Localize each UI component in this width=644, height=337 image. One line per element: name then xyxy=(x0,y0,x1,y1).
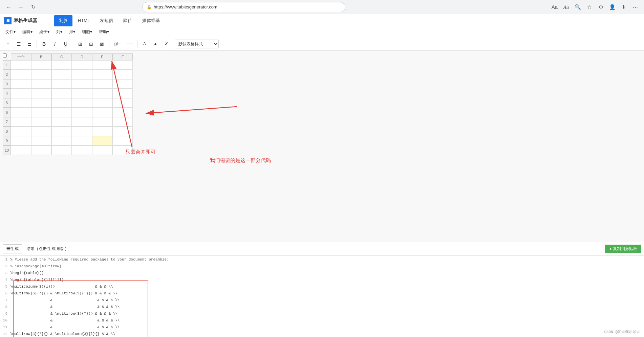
cell-7-c[interactable] xyxy=(51,117,72,127)
cell-6-f[interactable] xyxy=(112,108,133,117)
cell-8-e[interactable] xyxy=(92,127,112,136)
cell-1-c[interactable] xyxy=(51,60,72,70)
cell-5-f[interactable] xyxy=(112,98,133,108)
cell-6-b[interactable] xyxy=(31,108,51,117)
cell-9-e[interactable] xyxy=(92,136,112,145)
cell-4-e[interactable] xyxy=(92,89,112,98)
copy-button[interactable]: ⏵复制到剪贴板 xyxy=(605,245,641,253)
tab-latex[interactable]: 乳胶 xyxy=(54,15,72,26)
generate-button[interactable]: ☰生成 xyxy=(3,244,22,253)
cell-7-a[interactable] xyxy=(11,117,31,127)
cell-8-b[interactable] xyxy=(31,127,51,136)
cell-6-c[interactable] xyxy=(51,108,72,117)
cell-5-d[interactable] xyxy=(72,98,92,108)
tab-markdown[interactable]: 降价 xyxy=(119,15,137,26)
cell-6-d[interactable] xyxy=(72,108,92,117)
align-center-btn[interactable]: ☰ xyxy=(14,39,24,49)
cell-10-f[interactable] xyxy=(112,145,133,155)
split-btn[interactable]: ⊣⊢ xyxy=(124,39,135,49)
cell-9-a[interactable] xyxy=(11,136,31,145)
menu-file[interactable]: 文件▾ xyxy=(3,28,18,36)
cell-10-d[interactable] xyxy=(72,145,92,155)
cell-1-e[interactable] xyxy=(92,60,112,70)
cell-4-d[interactable] xyxy=(72,89,92,98)
extension-button[interactable]: ⚙ xyxy=(596,2,605,12)
cell-2-d[interactable] xyxy=(72,70,92,79)
align-right-btn[interactable]: ≣ xyxy=(24,39,35,49)
cell-4-b[interactable] xyxy=(31,89,51,98)
search-button[interactable]: 🔍 xyxy=(573,2,582,12)
cell-8-d[interactable] xyxy=(72,127,92,136)
tab-html[interactable]: HTML xyxy=(73,15,94,26)
border-inner-btn[interactable]: ⊟ xyxy=(86,39,96,49)
cell-10-b[interactable] xyxy=(31,145,51,155)
cell-9-d[interactable] xyxy=(72,136,92,145)
cell-5-a[interactable] xyxy=(11,98,31,108)
merge-btn[interactable]: ⊡⊢ xyxy=(111,39,123,49)
back-button[interactable]: ← xyxy=(4,2,14,12)
menu-edit[interactable]: 编辑▾ xyxy=(20,28,35,36)
cell-2-b[interactable] xyxy=(31,70,51,79)
cell-2-f[interactable] xyxy=(112,70,133,79)
menu-column[interactable]: 列▾ xyxy=(53,28,65,36)
profile-button[interactable]: 👤 xyxy=(607,2,617,12)
cell-6-e[interactable] xyxy=(92,108,112,117)
cell-9-b[interactable] xyxy=(31,136,51,145)
underline-btn[interactable]: U xyxy=(61,39,71,49)
text-color-btn[interactable]: A xyxy=(139,39,150,49)
cell-5-e[interactable] xyxy=(92,98,112,108)
cell-7-b[interactable] xyxy=(31,117,51,127)
reload-button[interactable]: ↻ xyxy=(28,2,38,12)
cell-10-a[interactable] xyxy=(11,145,31,155)
translate-button[interactable]: Aa xyxy=(550,2,559,12)
cell-2-e[interactable] xyxy=(92,70,112,79)
cell-3-a[interactable] xyxy=(11,79,31,89)
cell-3-b[interactable] xyxy=(31,79,51,89)
tab-sms[interactable]: 发短信 xyxy=(95,15,118,26)
cell-1-b[interactable] xyxy=(31,60,51,70)
cell-1-f[interactable] xyxy=(112,60,133,70)
cell-10-e[interactable] xyxy=(92,145,112,155)
align-left-btn[interactable]: ≡ xyxy=(3,39,13,49)
menu-cell[interactable]: 细胞▾ xyxy=(79,28,95,36)
tab-mediawiki[interactable]: 媒体维基 xyxy=(137,15,165,26)
download-button[interactable]: ⬇ xyxy=(619,2,628,12)
cell-2-c[interactable] xyxy=(51,70,72,79)
menu-button[interactable]: ⋯ xyxy=(630,2,640,12)
select-all-checkbox[interactable] xyxy=(3,53,7,58)
cell-4-a[interactable] xyxy=(11,89,31,98)
forward-button[interactable]: → xyxy=(16,2,26,12)
cell-7-d[interactable] xyxy=(72,117,92,127)
cell-3-e[interactable] xyxy=(92,79,112,89)
border-none-btn[interactable]: ⊠ xyxy=(97,39,107,49)
italic-btn[interactable]: I xyxy=(50,39,60,49)
cell-1-a[interactable] xyxy=(11,60,31,70)
cell-9-f[interactable] xyxy=(112,136,133,145)
cell-8-c[interactable] xyxy=(51,127,72,136)
border-all-btn[interactable]: ⊞ xyxy=(75,39,85,49)
cell-8-a[interactable] xyxy=(11,127,31,136)
address-bar[interactable]: 🔒 https://www.tablesgenerator.com xyxy=(142,2,345,12)
aa-button[interactable]: 𝐴𝑎 xyxy=(561,2,571,12)
cell-6-a[interactable] xyxy=(11,108,31,117)
cell-3-f[interactable] xyxy=(112,79,133,89)
cell-7-f[interactable] xyxy=(112,117,133,127)
cell-8-f[interactable] xyxy=(112,127,133,136)
cell-1-d[interactable] xyxy=(72,60,92,70)
menu-table[interactable]: 桌子▾ xyxy=(37,28,52,36)
style-select[interactable]: 默认表格样式 xyxy=(175,40,219,48)
bg-color-btn[interactable]: ▲ xyxy=(150,39,160,49)
menu-help[interactable]: 帮助▾ xyxy=(96,28,112,36)
cell-5-c[interactable] xyxy=(51,98,72,108)
menu-row[interactable]: 排▾ xyxy=(66,28,78,36)
cell-4-c[interactable] xyxy=(51,89,72,98)
cell-3-d[interactable] xyxy=(72,79,92,89)
cell-5-b[interactable] xyxy=(31,98,51,108)
cell-9-c[interactable] xyxy=(51,136,72,145)
clear-format-btn[interactable]: ✗ xyxy=(161,39,171,49)
cell-10-c[interactable] xyxy=(51,145,72,155)
star-button[interactable]: ☆ xyxy=(584,2,594,12)
cell-2-a[interactable] xyxy=(11,70,31,79)
bold-btn[interactable]: B xyxy=(39,39,49,49)
cell-7-e[interactable] xyxy=(92,117,112,127)
